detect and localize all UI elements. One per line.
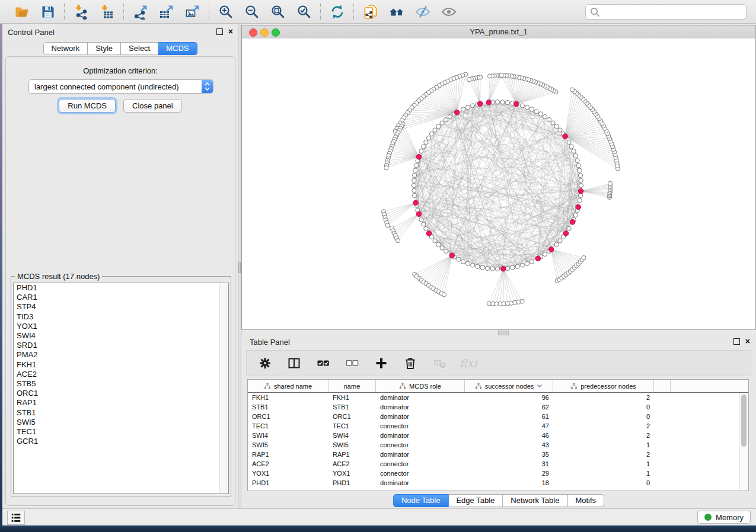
table-row[interactable]: TEC1TEC1connector472 (248, 421, 748, 431)
tab-style[interactable]: Style (88, 42, 121, 55)
splitter-handle[interactable] (238, 262, 241, 273)
node-table[interactable]: shared namenameMCDS rolesuccessor nodesp… (247, 379, 749, 491)
export-network-icon[interactable] (132, 4, 149, 20)
table-cell: YOX1 (328, 470, 376, 477)
table-cell: 2 (553, 432, 654, 439)
mcds-result-item[interactable]: FKH1 (14, 360, 228, 370)
table-row[interactable]: SWI5SWI5connector431 (248, 440, 748, 450)
zoom-out-icon[interactable] (244, 4, 260, 20)
column-label: successor nodes (485, 383, 534, 390)
table-row[interactable]: SWI4SWI4dominator462 (248, 431, 748, 440)
column-header-successor-nodes[interactable]: successor nodes (465, 380, 553, 392)
mcds-result-item[interactable]: STP4 (14, 302, 228, 312)
table-tab-node-table[interactable]: Node Table (393, 494, 449, 507)
table-cell: dominator (376, 451, 465, 458)
column-header-MCDS-role[interactable]: MCDS role (376, 380, 465, 392)
mcds-result-item[interactable]: TID3 (14, 312, 228, 322)
memory-button[interactable]: Memory (697, 511, 751, 524)
table-cell: ACE2 (248, 460, 328, 467)
clone-network-icon[interactable] (362, 4, 379, 20)
export-table-icon[interactable] (158, 4, 175, 20)
mcds-result-item[interactable]: SRD1 (14, 341, 228, 350)
table-cell: connector (376, 441, 465, 448)
tab-mcds[interactable]: MCDS (158, 42, 197, 55)
open-file-icon[interactable] (14, 4, 30, 20)
desktop-bottom-edge (0, 525, 756, 532)
mcds-result-list[interactable]: PHD1CAR1STP4TID3YOX1SWI4SRD1PMA2FKH1ACE2… (13, 283, 229, 494)
zoom-selected-icon[interactable] (296, 4, 312, 20)
table-cell: 0 (553, 403, 654, 411)
table-cell: 1 (553, 441, 654, 448)
table-tab-motifs[interactable]: Motifs (567, 494, 604, 507)
column-label: shared name (274, 383, 312, 390)
export-image-icon[interactable] (184, 4, 201, 20)
mcds-result-item[interactable]: CAR1 (14, 293, 228, 302)
zoom-fit-icon[interactable] (270, 4, 286, 20)
table-row[interactable]: YOX1YOX1connector291 (248, 469, 748, 478)
table-row[interactable]: STB1STB1dominator620 (248, 402, 748, 412)
table-tab-network-table[interactable]: Network Table (503, 494, 567, 507)
show-all-icon[interactable] (441, 4, 457, 20)
table-row[interactable]: FKH1FKH1dominator962 (248, 393, 748, 402)
mcds-result-item[interactable]: GCR1 (14, 437, 228, 446)
table-cell: connector (376, 460, 465, 467)
close-table-panel-icon[interactable]: × (745, 338, 750, 345)
mcds-result-item[interactable]: PMA2 (14, 350, 228, 360)
table-row[interactable]: RAP1RAP1dominator352 (248, 450, 748, 459)
column-label: MCDS role (409, 383, 441, 390)
gear-icon[interactable] (257, 355, 273, 371)
import-table-icon[interactable] (99, 4, 116, 20)
save-session-icon[interactable] (40, 4, 56, 20)
list-icon (10, 512, 22, 524)
split-columns-icon[interactable] (286, 355, 302, 371)
table-row[interactable]: PHD1PHD1dominator180 (248, 478, 748, 488)
criterion-dropdown-value: largest connected component (undirected) (29, 82, 202, 91)
float-table-panel-icon[interactable] (733, 338, 740, 345)
mcds-list-scrollbar[interactable] (219, 284, 228, 493)
mcds-result-item[interactable]: RAP1 (14, 398, 228, 408)
run-mcds-button[interactable]: Run MCDS (59, 99, 116, 113)
automation-panel-button[interactable] (7, 511, 25, 525)
table-row[interactable]: ACE2ACE2connector311 (248, 459, 748, 469)
horizontal-splitter[interactable] (241, 330, 756, 335)
table-scrollbar[interactable] (739, 393, 748, 490)
table-row[interactable]: ORC1ORC1dominator610 (248, 412, 748, 421)
network-window-titlebar[interactable]: YPA_prune.txt_1 (242, 25, 755, 39)
mcds-result-item[interactable]: ORC1 (14, 389, 228, 398)
hide-selected-icon[interactable] (414, 4, 431, 20)
table-scrollbar-thumb[interactable] (741, 395, 747, 447)
unselect-all-columns-icon[interactable] (344, 355, 361, 371)
refresh-icon[interactable] (329, 4, 346, 20)
delete-icon[interactable] (402, 355, 419, 371)
table-cell: STB1 (328, 403, 376, 411)
mcds-result-item[interactable]: STB1 (14, 408, 228, 418)
mcds-result-item[interactable]: ACE2 (14, 370, 228, 379)
search-input[interactable] (585, 4, 747, 20)
column-header-predecessor-nodes[interactable]: predecessor nodes (553, 380, 654, 392)
table-tab-edge-table[interactable]: Edge Table (448, 494, 503, 507)
float-panel-icon[interactable] (216, 28, 223, 35)
network-canvas[interactable] (242, 39, 755, 329)
table-cell: 46 (465, 432, 553, 439)
mcds-result-item[interactable]: STB5 (14, 379, 228, 389)
column-header-shared-name[interactable]: shared name (248, 380, 328, 392)
mcds-result-item[interactable]: SWI4 (14, 331, 228, 341)
mcds-result-item[interactable]: TEC1 (14, 427, 228, 437)
tab-network[interactable]: Network (43, 42, 88, 55)
zoom-in-icon[interactable] (218, 4, 234, 20)
close-panel-icon[interactable]: × (228, 28, 233, 35)
mcds-result-item[interactable]: YOX1 (14, 322, 228, 331)
column-header-name[interactable]: name (328, 380, 376, 392)
select-all-columns-icon[interactable] (315, 355, 331, 371)
mcds-result-item[interactable]: PHD1 (14, 283, 228, 293)
close-panel-button[interactable]: Close panel (123, 99, 182, 113)
mcds-result-title: MCDS result (17 nodes) (15, 272, 102, 281)
function-builder-icon[interactable]: f(x) (460, 355, 477, 371)
import-network-icon[interactable] (73, 4, 90, 20)
mcds-result-item[interactable]: SWI5 (14, 418, 228, 427)
add-icon[interactable] (373, 355, 390, 371)
delete-table-icon[interactable] (431, 355, 448, 371)
criterion-dropdown[interactable]: largest connected component (undirected) (28, 79, 213, 94)
tab-select[interactable]: Select (121, 42, 158, 55)
first-neighbors-icon[interactable] (388, 4, 405, 20)
